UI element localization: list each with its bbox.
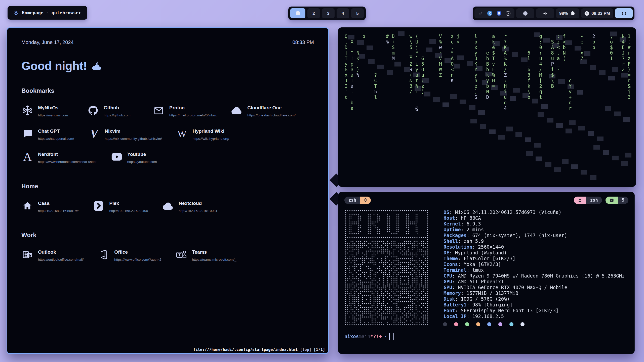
terminal-icon: [606, 197, 618, 204]
tmux-window-count: 5: [618, 197, 628, 204]
date-label: Monday, June 17, 2024: [21, 39, 74, 45]
bookmark-youtube[interactable]: Youtubehttps://youtube.com: [111, 151, 162, 164]
palette-color-2: [465, 322, 469, 326]
bookmark-casa[interactable]: Casahttp://192.168.2.16:8081/#/: [21, 200, 78, 213]
workspace-button-4[interactable]: 4: [337, 8, 349, 18]
bookmark-label: Nerdfont: [38, 151, 97, 157]
fastfetch-output: OS: NixOS 24.11.20240612.57d6973 (Vicuña…: [344, 209, 628, 326]
bookmark-url: https://mynixos.com: [38, 114, 68, 117]
bookmark-label: Cloudflare One: [247, 104, 295, 110]
tmux-statusbar: zsh 0 zsh 5: [344, 197, 628, 204]
bookmark-label: Office: [114, 249, 161, 254]
greeting-text: Good night!: [21, 60, 87, 72]
prompt-git-branch: main: [359, 334, 370, 339]
tmux-session-pill[interactable]: zsh 0: [344, 197, 371, 204]
tmux-user-pill: zsh: [574, 197, 602, 204]
statusbar-tab-counter: [1/1]: [314, 347, 325, 352]
bookmark-nixvim[interactable]: VNixvimhttps://nix-community.github.io/n…: [88, 128, 162, 141]
bookmark-url: http://192.168.2.16:8081/#/: [38, 209, 78, 213]
bookmark-url: https://chat.openai.com/: [38, 137, 74, 141]
bookmark-cloudflare-one[interactable]: Cloudflare Onehttps://one.dash.cloudflar…: [231, 104, 295, 117]
bookmark-label: Hyprland Wiki: [192, 128, 229, 133]
bookmark-plex[interactable]: Plexhttp://192.168.2.16:32400: [93, 200, 148, 213]
palette-color-5: [498, 322, 502, 326]
palette-color-1: [454, 322, 458, 326]
bookmark-text: Githubhttps://github.com: [104, 104, 131, 117]
power-button[interactable]: [615, 8, 633, 18]
bookmark-nerdfont[interactable]: ANerdfonthttps://www.nerdfonts.com/cheat…: [21, 151, 97, 164]
bluetooth-icon[interactable]: [487, 11, 493, 16]
workspace-button-5[interactable]: 5: [351, 8, 364, 18]
wiki-icon: W: [176, 128, 188, 140]
statusbar-scroll-indicator: [top]: [300, 347, 311, 352]
home-icon: [21, 200, 33, 212]
clock-widget[interactable]: 08:33 PM: [581, 8, 613, 18]
system-tray: 98% 08:33 PM: [473, 7, 634, 20]
terminal-color-palette: [443, 322, 625, 326]
bookmark-nextcloud[interactable]: Nextcloudhttp://192.168.2.16:10081: [162, 200, 217, 213]
network-arrows-icon[interactable]: [478, 11, 483, 16]
palette-color-4: [487, 322, 491, 326]
bookmark-text: Casahttp://192.168.2.16:8081/#/: [38, 200, 78, 213]
outlook-icon: [21, 249, 33, 261]
bookmark-mynixos[interactable]: MyNixOshttps://mynixos.com: [21, 104, 73, 117]
record-dot-icon: [523, 11, 528, 16]
bookmark-url: https://youtube.com: [127, 160, 157, 164]
workspace-button-active[interactable]: [290, 8, 305, 18]
bookmark-proton[interactable]: Protonhttps://mail.proton.me/u/0/inbox: [153, 104, 217, 117]
bookmark-url: https://outlook.office.com/mail/: [38, 258, 84, 261]
bookmark-text: Cloudflare Onehttps://one.dash.cloudflar…: [247, 104, 295, 117]
bookmark-text: MyNixOshttps://mynixos.com: [38, 104, 68, 117]
shield-icon[interactable]: [496, 11, 502, 16]
bookmark-url: http://192.168.2.16:10081: [179, 209, 217, 213]
shell-prompt[interactable]: nixos main *?!+ ›: [344, 333, 628, 340]
bookmark-row: Outlookhttps://outlook.office.com/mail/O…: [21, 249, 314, 261]
nixos-logo-icon: [14, 10, 19, 15]
bookmark-github[interactable]: Githubhttps://github.com: [87, 104, 139, 117]
qutebrowser-statusbar: file:///home/hadi/.config/startpage/inde…: [193, 348, 325, 352]
bookmark-url: https://www.nerdfonts.com/cheat-sheet: [38, 160, 97, 164]
nixvim-icon: V: [88, 128, 100, 140]
youtube-icon: [111, 151, 123, 163]
office-icon: [98, 249, 110, 261]
volume-icon: [543, 11, 548, 16]
bookmark-label: Github: [104, 104, 131, 110]
active-window-title-widget: Homepage - qutebrowser: [8, 6, 87, 20]
bookmark-chat-gpt[interactable]: Chat GPThttps://chat.openai.com/: [21, 128, 74, 141]
bookmark-label: Teams: [192, 249, 236, 254]
cloud-icon: [231, 104, 243, 116]
screen-record-indicator[interactable]: [516, 8, 534, 18]
bookmark-text: Chat GPThttps://chat.openai.com/: [38, 128, 74, 141]
bookmark-label: Chat GPT: [38, 128, 74, 133]
bookmark-label: Nixvim: [105, 128, 162, 133]
workspace-button-3[interactable]: 3: [322, 8, 335, 18]
workspace-button-2[interactable]: 2: [307, 8, 320, 18]
section-title-work: Work: [21, 232, 314, 238]
bookmark-text: Officehttps://www.office.com/?auth=2: [114, 249, 161, 261]
bookmark-row: Casahttp://192.168.2.16:8081/#/Plexhttp:…: [21, 200, 314, 213]
desktop: Homepage - qutebrowser 2345: [0, 0, 644, 362]
power-icon: [621, 11, 627, 16]
bookmark-teams[interactable]: Teamshttps://teams.microsoft.com/_: [175, 249, 236, 261]
bookmark-text: Nextcloudhttp://192.168.2.16:10081: [179, 200, 217, 213]
battery-widget[interactable]: 98%: [556, 8, 579, 18]
check-circle-icon[interactable]: [505, 11, 511, 16]
tmux-user-label: zsh: [586, 197, 602, 204]
volume-button[interactable]: [536, 8, 554, 18]
tmux-windows-pill: 5: [606, 197, 628, 204]
matrix-rain-text: Q p #D w( V zj l a r g =:f - 2 , N1 lX %…: [345, 33, 636, 111]
bookmark-hyprland-wiki[interactable]: WHyprland Wikihttps://wiki.hyprland.org/: [176, 128, 229, 141]
bookmark-label: Outlook: [38, 249, 84, 254]
time-label: 08:33 PM: [292, 39, 314, 45]
fastfetch-terminal-window: zsh 0 zsh 5: [338, 192, 635, 354]
bookmark-row: MyNixOshttps://mynixos.comGithubhttps://…: [21, 104, 314, 117]
bookmark-office[interactable]: Officehttps://www.office.com/?auth=2: [98, 249, 161, 261]
bookmark-outlook[interactable]: Outlookhttps://outlook.office.com/mail/: [21, 249, 84, 261]
font-icon: A: [21, 151, 33, 163]
battery-icon: [570, 11, 576, 16]
active-workspace-indicator: [296, 11, 300, 15]
bookmark-url: https://one.dash.cloudflare.com/: [247, 114, 295, 117]
startpage-header: Monday, June 17, 2024 08:33 PM: [7, 28, 328, 45]
plex-icon: [93, 200, 105, 212]
clock-label: 08:33 PM: [591, 11, 610, 16]
